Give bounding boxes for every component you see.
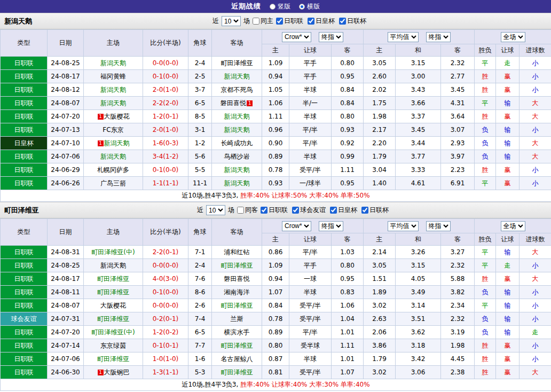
sub-header-goals: 进球数 bbox=[519, 233, 551, 246]
handicap-line: 平/半 bbox=[289, 137, 332, 150]
result-handicap: 走 bbox=[496, 259, 519, 272]
away-team-name[interactable]: 磐田喜悦 bbox=[224, 275, 250, 283]
away-team-name[interactable]: 新潟天鹅 bbox=[224, 166, 250, 174]
result-match: 负 bbox=[475, 326, 496, 339]
away-team-name[interactable]: 横滨水手 bbox=[224, 328, 250, 336]
score-cell: 4-0(3-0) bbox=[143, 272, 188, 286]
away-team-name[interactable]: 湘南海洋 bbox=[224, 288, 250, 296]
home-team-name[interactable]: 广岛三箭 bbox=[100, 179, 126, 187]
home-team-name[interactable]: 町田泽维亚 bbox=[97, 275, 129, 283]
league-filter[interactable]: 日联杯 bbox=[361, 206, 389, 215]
away-team-name[interactable]: 名古屋鲸八 bbox=[221, 355, 253, 363]
home-team-name[interactable]: FC东京 bbox=[103, 126, 123, 134]
league-checkbox[interactable] bbox=[276, 18, 283, 25]
near-count-select[interactable]: 10 bbox=[206, 205, 225, 215]
result-match: 平 bbox=[475, 57, 496, 70]
home-team-name[interactable]: 町田泽维亚 bbox=[97, 355, 129, 363]
home-team-cell: 1新潟天鹅 bbox=[84, 137, 143, 150]
away-team-cell: 新潟天鹅 bbox=[212, 123, 262, 137]
league-checkbox[interactable] bbox=[261, 207, 267, 214]
home-team-name[interactable]: 町田泽维亚(中) bbox=[91, 328, 135, 336]
asian-away-odds: 0.80 bbox=[332, 57, 364, 70]
asian-home-odds: 1.09 bbox=[262, 57, 289, 70]
home-team-name[interactable]: 新潟天鹅 bbox=[100, 262, 126, 269]
home-team-name[interactable]: 大阪樱花 bbox=[100, 302, 126, 309]
home-team-name[interactable]: 町田泽维亚 bbox=[97, 315, 129, 323]
home-team-name[interactable]: 新潟天鹅 bbox=[104, 139, 130, 147]
away-team-name[interactable]: 町田泽维亚 bbox=[221, 262, 253, 269]
euro-odds-time-select[interactable]: 终指 bbox=[426, 221, 451, 231]
league-filter[interactable]: 日联杯 bbox=[339, 17, 366, 26]
euro-away-odds: 1.98 bbox=[441, 339, 475, 352]
asian-odds-time-select[interactable]: 终指 bbox=[319, 221, 343, 231]
match-row: 日职联 24-07-13 FC东京 2-0(1-0) 3-1 新潟天鹅 0.96… bbox=[1, 123, 551, 137]
handicap-line: 受平/半 bbox=[289, 299, 332, 312]
corner-cell: 3-1 bbox=[188, 123, 212, 137]
league-checkbox[interactable] bbox=[339, 18, 346, 25]
sub-header-euro-home: 主 bbox=[364, 44, 396, 57]
near-count-select[interactable]: 10 bbox=[222, 16, 241, 26]
euro-source-select[interactable]: 平均值 bbox=[388, 32, 419, 42]
layout-option-vertical[interactable]: 竖版 bbox=[270, 2, 290, 11]
euro-away-odds: 2.38 bbox=[441, 366, 475, 379]
same-home-checkbox[interactable] bbox=[253, 18, 259, 25]
away-team-name[interactable]: 兰斯 bbox=[231, 315, 243, 323]
home-team-name[interactable]: 札幌冈萨多 bbox=[97, 166, 129, 174]
period-select[interactable]: 全场 bbox=[501, 32, 525, 42]
away-team-name[interactable]: 鸟栖沙岩 bbox=[224, 153, 250, 160]
home-team-name[interactable]: 新潟天鹅 bbox=[100, 59, 126, 67]
result-match: 胜 bbox=[475, 352, 496, 366]
period-select[interactable]: 全场 bbox=[501, 221, 525, 231]
home-team-name[interactable]: 新潟天鹅 bbox=[100, 153, 126, 160]
away-team-name[interactable]: 町田泽维亚 bbox=[221, 342, 253, 349]
away-team-name[interactable]: 新潟天鹅 bbox=[224, 73, 250, 80]
league-filter[interactable]: 日职联 bbox=[261, 206, 288, 215]
same-away-filter[interactable]: 同客 bbox=[237, 206, 258, 215]
away-team-name[interactable]: 新潟天鹅 bbox=[224, 113, 250, 120]
asian-away-odds: 0.95 bbox=[332, 70, 364, 83]
home-team-name[interactable]: 町田泽维亚 bbox=[97, 288, 129, 296]
asian-odds-time-select[interactable]: 终指 bbox=[319, 32, 343, 42]
team2-results-table: 类型 日期 主场 比分(半场) 角球 客场 Crow* 终指 平均值 终指 全场 bbox=[0, 218, 551, 391]
away-team-name[interactable]: 町田泽维亚 bbox=[221, 302, 253, 309]
league-filter[interactable]: 日皇杯 bbox=[330, 206, 357, 215]
euro-odds-header: 平均值 终指 bbox=[364, 30, 475, 44]
asian-home-odds: 0.80 bbox=[262, 339, 289, 352]
league-checkbox[interactable] bbox=[361, 207, 368, 214]
same-away-checkbox[interactable] bbox=[237, 207, 244, 214]
bookmaker-select[interactable]: Crow* bbox=[282, 221, 311, 231]
league-checkbox[interactable] bbox=[308, 18, 314, 25]
league-checkbox[interactable] bbox=[292, 207, 299, 214]
home-team-name[interactable]: 大阪钢巴 bbox=[104, 369, 130, 376]
away-team-name[interactable]: 新潟天鹅 bbox=[224, 179, 250, 187]
league-cell: 日职联 bbox=[1, 259, 48, 272]
away-team-name[interactable]: 新潟天鹅 bbox=[224, 126, 250, 134]
away-team-name[interactable]: 磐田喜悦 bbox=[221, 99, 246, 107]
league-filter[interactable]: 日职联 bbox=[276, 17, 303, 26]
team2-filters: 近 10 场 同客 日职联 球会友谊 日皇杯 日联杯 bbox=[39, 205, 547, 215]
euro-odds-time-select[interactable]: 终指 bbox=[426, 32, 451, 42]
home-team-name[interactable]: 新潟天鹅 bbox=[100, 99, 126, 107]
away-team-name[interactable]: 京都不死鸟 bbox=[221, 86, 253, 93]
home-team-name[interactable]: 新潟天鹅 bbox=[100, 86, 126, 93]
league-filter[interactable]: 日皇杯 bbox=[308, 17, 335, 26]
home-team-name[interactable]: 东京绿茵 bbox=[100, 342, 126, 349]
bookmaker-select[interactable]: Crow* bbox=[282, 32, 311, 42]
home-team-name[interactable]: 町田泽维亚(中) bbox=[91, 248, 135, 256]
handicap-line: 半球 bbox=[289, 83, 332, 97]
match-row: 日职联 24-08-25 新潟天鹅 0-0(0-0) 2-4 町田泽维亚 1.0… bbox=[1, 57, 551, 70]
euro-source-select[interactable]: 平均值 bbox=[388, 221, 419, 231]
layout-option-horizontal[interactable]: 横版 bbox=[299, 2, 320, 11]
away-team-name[interactable]: 町田泽维亚 bbox=[221, 369, 253, 376]
league-filter[interactable]: 球会友谊 bbox=[292, 206, 326, 215]
away-team-name[interactable]: 浦和红钻 bbox=[224, 248, 250, 256]
home-team-name[interactable]: 福冈黄蜂 bbox=[100, 73, 126, 80]
euro-draw-odds: 3.44 bbox=[396, 137, 441, 150]
same-home-filter[interactable]: 同主 bbox=[253, 17, 273, 26]
away-team-name[interactable]: 长崎成功丸 bbox=[221, 139, 253, 147]
away-team-name[interactable]: 町田泽维亚 bbox=[221, 59, 253, 67]
result-handicap: 赢 bbox=[496, 110, 519, 123]
league-checkbox[interactable] bbox=[330, 207, 337, 214]
match-row: 日职联 24-08-17 町田泽维亚 4-0(3-0) 7-6 磐田喜悦 0.9… bbox=[1, 272, 551, 286]
home-team-name[interactable]: 大阪樱花 bbox=[104, 113, 130, 120]
